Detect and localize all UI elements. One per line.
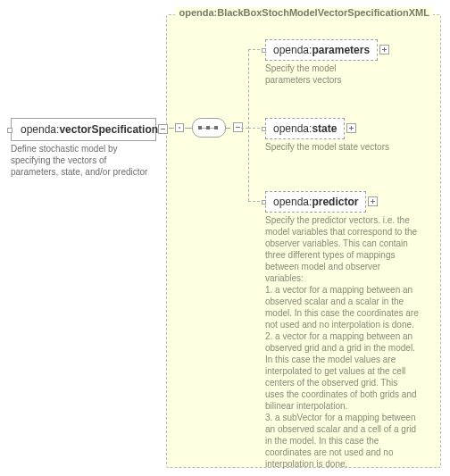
sequence-dots-icon — [198, 126, 218, 130]
sequence-compositor[interactable] — [192, 118, 226, 138]
expand-plus-icon[interactable] — [368, 196, 378, 206]
connector-line — [248, 49, 249, 201]
root-namespace: openda: — [21, 123, 59, 136]
element-parameters[interactable]: openda:parameters — [265, 39, 378, 61]
element-notch-icon — [262, 127, 266, 131]
root-name: vectorSpecification — [59, 123, 158, 136]
root-description: Define stochastic model by specifying th… — [11, 143, 149, 178]
optional-indicator-icon — [175, 123, 184, 132]
element-notch-icon — [262, 200, 266, 205]
parameters-description: Specify the model parameters vectors — [265, 63, 381, 86]
attribute-toggle-icon[interactable] — [158, 124, 168, 134]
predictor-name: predictor — [312, 196, 358, 208]
state-name: state — [312, 122, 337, 135]
predictor-description: Specify the predictor vectors. i.e. the … — [265, 214, 419, 470]
connector-line — [169, 128, 174, 129]
parameters-namespace: openda: — [273, 44, 312, 56]
root-element-vectorSpecification[interactable]: openda:vectorSpecification — [11, 118, 156, 141]
element-notch-icon — [7, 128, 12, 133]
element-predictor[interactable]: openda:predictor — [265, 191, 366, 213]
diagram-canvas: openda:BlackBoxStochModelVectorSpecifica… — [0, 0, 450, 476]
complex-type-title: openda:BlackBoxStochModelVectorSpecifica… — [175, 7, 433, 18]
element-state[interactable]: openda:state — [265, 118, 345, 139]
connector-line — [226, 128, 230, 129]
expand-plus-icon[interactable] — [346, 123, 356, 133]
connector-line — [185, 128, 192, 129]
state-namespace: openda: — [273, 122, 312, 135]
connector-line — [241, 128, 248, 129]
state-description: Specify the model state vectors — [265, 141, 389, 153]
expand-plus-icon[interactable] — [379, 45, 389, 54]
element-notch-icon — [262, 48, 266, 53]
parameters-name: parameters — [312, 44, 370, 56]
predictor-namespace: openda: — [273, 196, 312, 208]
